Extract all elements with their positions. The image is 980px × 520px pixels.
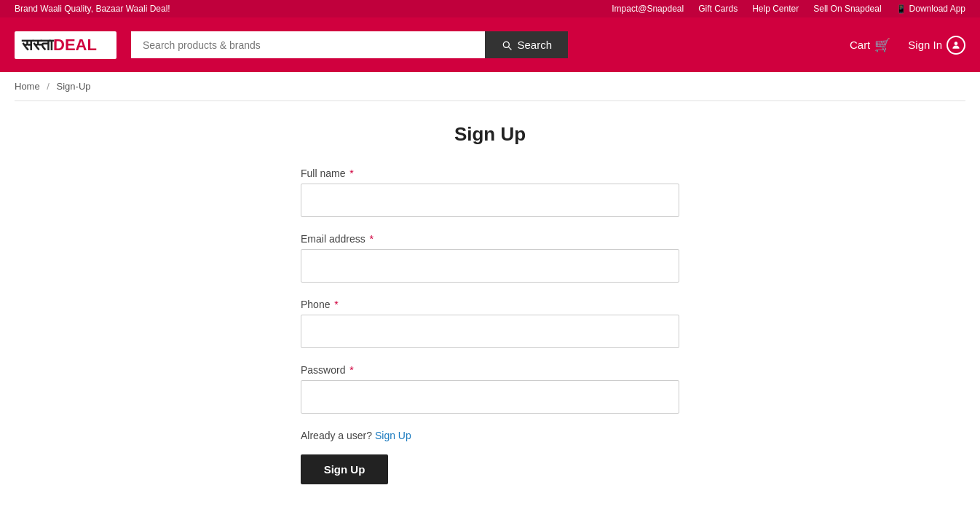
signin-label: Sign In xyxy=(908,39,942,51)
phone-input[interactable] xyxy=(301,315,679,348)
fullname-label: Full name * xyxy=(301,168,679,179)
phone-label: Phone * xyxy=(301,299,679,310)
required-star-phone: * xyxy=(331,299,338,310)
svg-point-0 xyxy=(955,42,958,45)
download-app-link[interactable]: Download App xyxy=(896,4,965,14)
divider xyxy=(15,101,965,101)
email-label: Email address * xyxy=(301,233,679,245)
header: सस्ताDEAL Search Cart 🛒 Sign In xyxy=(0,17,980,72)
form-wrapper: Sign Up Full name * Email address * Phon… xyxy=(0,123,980,520)
password-group: Password * xyxy=(301,364,679,414)
page-content: Home / Sign-Up Sign Up Full name * Email… xyxy=(0,72,980,520)
password-input[interactable] xyxy=(301,380,679,414)
impact-link[interactable]: Impact@Snapdeal xyxy=(612,4,684,14)
download-app-label: Download App xyxy=(909,4,965,14)
cart-label: Cart xyxy=(850,39,870,51)
search-container: Search xyxy=(131,31,568,58)
gift-cards-link[interactable]: Gift Cards xyxy=(698,4,738,14)
tagline: Brand Waali Quality, Bazaar Waali Deal! xyxy=(15,4,170,14)
sell-link[interactable]: Sell On Snapdeal xyxy=(813,4,881,14)
signin-link[interactable]: Sign Up xyxy=(375,430,411,441)
fullname-group: Full name * xyxy=(301,168,679,217)
cart-icon: 🛒 xyxy=(874,37,890,53)
email-input[interactable] xyxy=(301,249,679,283)
help-center-link[interactable]: Help Center xyxy=(752,4,799,14)
header-right: Cart 🛒 Sign In xyxy=(850,36,965,55)
logo-text-sasta: सस्ता xyxy=(22,36,53,55)
breadcrumb-home[interactable]: Home xyxy=(15,81,40,92)
search-input[interactable] xyxy=(131,31,485,58)
top-bar-links: Impact@Snapdeal Gift Cards Help Center S… xyxy=(612,4,965,14)
user-icon xyxy=(947,36,965,55)
breadcrumb: Home / Sign-Up xyxy=(0,72,980,101)
required-star-password: * xyxy=(347,364,353,376)
email-group: Email address * xyxy=(301,233,679,283)
search-icon xyxy=(501,39,513,51)
signup-form: Full name * Email address * Phone * xyxy=(301,168,679,484)
required-star-fullname: * xyxy=(347,168,353,179)
logo-text-deal: DEAL xyxy=(53,36,97,55)
cart-button[interactable]: Cart 🛒 xyxy=(850,37,890,53)
required-star-email: * xyxy=(367,233,374,245)
page-title: Sign Up xyxy=(454,123,526,146)
logo[interactable]: सस्ताDEAL xyxy=(15,31,116,59)
search-button[interactable]: Search xyxy=(485,31,568,58)
breadcrumb-current: Sign-Up xyxy=(57,81,91,92)
breadcrumb-separator: / xyxy=(47,81,50,92)
search-button-label: Search xyxy=(517,39,552,51)
password-label: Password * xyxy=(301,364,679,376)
signin-button[interactable]: Sign In xyxy=(908,36,965,55)
signup-submit-button[interactable]: Sign Up xyxy=(301,454,388,484)
phone-group: Phone * xyxy=(301,299,679,348)
fullname-input[interactable] xyxy=(301,184,679,217)
top-bar: Brand Waali Quality, Bazaar Waali Deal! … xyxy=(0,0,980,17)
already-user-text: Already a user? Sign Up xyxy=(301,430,679,441)
